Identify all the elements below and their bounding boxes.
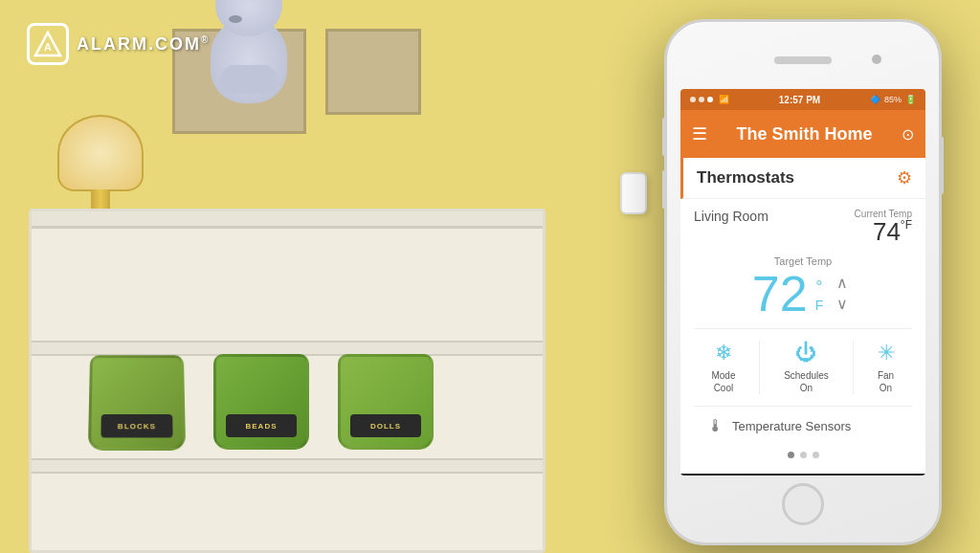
options-menu[interactable]: ⊙ xyxy=(902,125,914,144)
page-dot-3 xyxy=(813,452,819,458)
wall-art-2 xyxy=(325,29,421,115)
mode-cool-icon: ❄ xyxy=(715,341,732,365)
fan-label: FanOn xyxy=(878,369,894,394)
bucket-blocks: BLOCKS xyxy=(88,355,186,451)
section-header: Thermostats ⚙ xyxy=(680,158,925,199)
settings-gear-icon[interactable]: ⚙ xyxy=(897,167,912,188)
teddy-bear xyxy=(211,17,287,103)
status-left: 📶 xyxy=(690,95,729,104)
app-header: ☰ The Smith Home ⊙ xyxy=(680,110,925,158)
sensors-row[interactable]: 🌡 Temperature Sensors xyxy=(694,407,912,446)
divider-2 xyxy=(853,341,854,394)
divider-1 xyxy=(759,341,760,394)
current-temp-value: 74°F xyxy=(855,219,912,244)
temp-down-button[interactable]: ∨ xyxy=(831,295,854,314)
status-right: 🔷 85% 🔋 xyxy=(870,95,916,104)
temp-arrows: ∧ ∨ xyxy=(831,274,854,314)
battery-icon: 🔋 xyxy=(905,95,916,104)
fan-icon: ✳ xyxy=(878,341,895,365)
lamp-shade xyxy=(57,115,144,191)
target-unit-block: ° F xyxy=(815,270,824,319)
bluetooth-icon: 🔷 xyxy=(870,95,880,104)
phone-body: 📶 12:57 PM 🔷 85% 🔋 ☰ The Smith Home ⊙ xyxy=(664,19,942,545)
phone-volume-up xyxy=(662,118,666,156)
schedules-control[interactable]: ⏻ SchedulesOn xyxy=(784,341,829,394)
page-dots xyxy=(694,446,912,464)
phone-screen: 📶 12:57 PM 🔷 85% 🔋 ☰ The Smith Home ⊙ xyxy=(680,89,925,476)
home-button[interactable] xyxy=(782,483,824,525)
signal-dot-2 xyxy=(699,97,704,102)
alarm-logo-text: ALARM.COM® xyxy=(77,34,210,55)
phone-volume-down xyxy=(662,170,666,209)
shelf-bottom xyxy=(32,458,543,474)
app-footer: powered by A ALARM.COM xyxy=(680,474,925,476)
current-temp-block: Current Temp 74°F xyxy=(855,209,912,244)
status-time: 12:57 PM xyxy=(779,95,820,105)
current-temp-unit: °F xyxy=(901,218,912,232)
phone-power-button xyxy=(940,137,944,194)
mode-control[interactable]: ❄ ModeCool xyxy=(711,341,735,394)
app-title: The Smith Home xyxy=(707,124,902,144)
status-bar: 📶 12:57 PM 🔷 85% 🔋 xyxy=(680,89,925,110)
target-temp-value: 72 xyxy=(752,269,808,319)
location-row: Living Room Current Temp 74°F xyxy=(694,209,912,244)
target-fahrenheit: F xyxy=(815,298,824,313)
target-degree-icon: ° xyxy=(815,277,824,298)
alarm-logo-icon: A xyxy=(27,23,69,65)
section-title: Thermostats xyxy=(697,168,897,188)
sensors-label: Temperature Sensors xyxy=(732,419,851,433)
signal-dot-3 xyxy=(707,97,713,102)
alarm-logo: A ALARM.COM® xyxy=(27,23,210,65)
temp-up-button[interactable]: ∧ xyxy=(831,274,854,293)
signal-dot-1 xyxy=(690,97,696,102)
phone-mockup: 📶 12:57 PM 🔷 85% 🔋 ☰ The Smith Home ⊙ xyxy=(664,19,942,545)
shelf-unit: BLOCKS BEADS DOLLS xyxy=(29,209,546,553)
location-name: Living Room xyxy=(694,209,768,224)
thermometer-icon: 🌡 xyxy=(707,416,724,436)
page-dot-2 xyxy=(800,452,807,458)
app-body: Thermostats ⚙ Living Room Current Temp 7… xyxy=(680,158,925,474)
fan-control[interactable]: ✳ FanOn xyxy=(878,341,895,394)
target-section: Target Temp 72 ° F ∧ ∨ xyxy=(694,250,912,329)
mode-label: ModeCool xyxy=(711,369,735,394)
phone-speaker xyxy=(774,56,832,64)
shelf-top xyxy=(32,211,543,229)
phone-camera xyxy=(872,55,881,64)
thermostat-card: Living Room Current Temp 74°F Target Tem… xyxy=(680,199,925,474)
schedules-label: SchedulesOn xyxy=(784,369,829,394)
wall-sensor-device xyxy=(620,172,647,214)
bucket-dolls: DOLLS xyxy=(338,354,434,450)
schedules-icon: ⏻ xyxy=(795,341,816,365)
page-dot-1 xyxy=(788,452,794,458)
controls-row: ❄ ModeCool ⏻ SchedulesOn ✳ FanOn xyxy=(694,329,912,407)
svg-text:A: A xyxy=(44,41,52,53)
hamburger-menu[interactable]: ☰ xyxy=(692,123,707,144)
battery-text: 85% xyxy=(884,95,902,104)
target-temp-row: 72 ° F ∧ ∨ xyxy=(694,269,912,319)
bucket-beads: BEADS xyxy=(213,354,309,450)
